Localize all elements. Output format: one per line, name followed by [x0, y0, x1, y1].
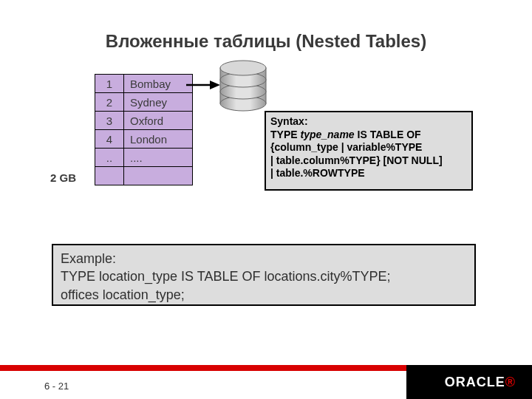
syntax-text: {column_type | variable%TYPE: [270, 141, 467, 154]
database-icon: [217, 59, 269, 112]
row-index: ..: [95, 149, 124, 167]
row-index: 3: [95, 112, 124, 130]
syntax-text: | table.column%TYPE} [NOT NULL]: [270, 154, 467, 168]
svg-point-6: [220, 61, 266, 75]
syntax-box: Syntax: TYPE type_name IS TABLE OF {colu…: [265, 111, 473, 191]
size-label: 2 GB: [50, 171, 76, 184]
row-value: Sydney: [124, 93, 193, 112]
row-index: 1: [95, 75, 124, 93]
arrow-icon: [186, 80, 220, 90]
syntax-text: | table.%ROWTYPE: [270, 167, 467, 180]
row-index: 2: [95, 93, 124, 112]
example-label: Example:: [61, 250, 467, 267]
syntax-label: Syntax:: [270, 115, 308, 127]
example-line2: offices location_type;: [61, 286, 467, 304]
example-box: Example: TYPE location_type IS TABLE OF …: [52, 244, 476, 306]
oracle-logo: ORACLE®: [445, 375, 516, 390]
row-value: Bombay: [124, 75, 193, 93]
row-value: Oxford: [124, 112, 193, 130]
page-title: Вложенные таблицы (Nested Tables): [0, 31, 532, 52]
syntax-typename: type_name: [300, 129, 354, 140]
example-line1: TYPE location_type IS TABLE OF locations…: [61, 267, 467, 285]
table-row: ......: [95, 149, 193, 167]
row-index: [95, 167, 124, 185]
nested-table: 1Bombay 2Sydney 3Oxford 4London ......: [95, 74, 193, 185]
row-value: London: [124, 130, 193, 149]
syntax-text: IS TABLE OF: [355, 129, 421, 140]
table-row: 3Oxford: [95, 112, 193, 130]
syntax-text: TYPE: [270, 129, 300, 140]
table-row: 4London: [95, 130, 193, 149]
page-number: 6 - 21: [44, 381, 69, 392]
table-row: 1Bombay: [95, 75, 193, 93]
table-row: [95, 167, 193, 185]
table-row: 2Sydney: [95, 93, 193, 112]
row-value: ....: [124, 149, 193, 167]
row-index: 4: [95, 130, 124, 149]
row-value: [124, 167, 193, 185]
